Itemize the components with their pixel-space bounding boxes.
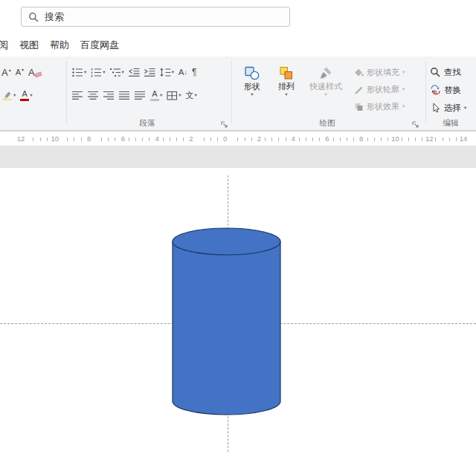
asian-layout-button[interactable]: 文 ▾ <box>184 87 199 103</box>
shape-outline-icon <box>354 85 364 94</box>
asian-layout-icon: 文 <box>186 91 194 100</box>
chevron-down-icon: ▾ <box>402 70 405 75</box>
ruler-number: 12 <box>15 132 27 146</box>
chevron-down-icon: ▾ <box>195 93 197 98</box>
line-spacing-button[interactable]: ▾ <box>158 64 176 80</box>
shape-effects-button[interactable]: 形状效果 ▾ <box>354 100 405 114</box>
shapes-button[interactable]: 形状 ▾ <box>237 64 268 97</box>
editing-group: 查找 b 替换 选择 ▾ <box>430 64 476 116</box>
decrease-indent-icon <box>129 68 140 77</box>
bullet-list-button[interactable]: ▾ <box>71 64 88 80</box>
shape-outline-button[interactable]: 形状轮廓 ▾ <box>354 82 405 97</box>
replace-icon: b <box>430 85 441 95</box>
increase-indent-button[interactable] <box>143 64 157 80</box>
decrease-indent-button[interactable] <box>127 64 141 80</box>
drawing-dialog-launcher[interactable] <box>411 120 419 128</box>
text-highlight-button[interactable]: ▾ <box>0 87 17 103</box>
ruler-number: 0 <box>219 132 231 146</box>
chevron-down-icon: ▾ <box>464 106 466 111</box>
borders-icon <box>167 91 178 100</box>
letter-b-icon: b <box>434 88 437 95</box>
group-separator <box>231 61 232 123</box>
dialog-launcher-icon <box>220 120 228 129</box>
show-marks-button[interactable]: ¶ <box>190 64 198 80</box>
menu-item-review-partial[interactable]: 阅 <box>0 39 8 52</box>
cylinder-top[interactable] <box>173 228 280 255</box>
multilevel-list-button[interactable]: ▾ <box>109 64 126 80</box>
letter-a-icon: A <box>1 68 8 77</box>
align-center-icon <box>88 91 99 100</box>
borders-button[interactable]: ▾ <box>165 87 182 103</box>
distribute-icon <box>135 91 146 100</box>
caret-up-icon: ▴ <box>9 68 11 72</box>
shape-layer <box>0 146 476 460</box>
chevron-down-icon: ▾ <box>30 93 32 98</box>
line-spacing-icon <box>160 68 171 77</box>
cylinder-shape[interactable] <box>173 228 280 415</box>
drawing-group-label: 绘图 <box>237 118 418 129</box>
shape-fill-button[interactable]: 形状填充 ▾ <box>354 65 405 80</box>
chevron-down-icon: ▾ <box>122 70 124 75</box>
menubar: 阅 视图 帮助 百度网盘 <box>0 34 476 56</box>
replace-button[interactable]: b 替换 <box>430 82 476 98</box>
gray-bar <box>150 99 159 101</box>
letter-a-icon: A <box>28 68 35 77</box>
paragraph-group: ▾ ▾ ▾ <box>71 64 230 103</box>
grow-font-button[interactable]: A ▴ <box>0 64 13 80</box>
arrange-icon <box>279 66 294 80</box>
topbar <box>0 0 476 34</box>
quick-styles-icon <box>318 66 333 80</box>
arrange-button[interactable]: 排列 ▾ <box>271 64 302 97</box>
ruler-number: 4 <box>151 132 163 146</box>
shading-button[interactable]: A ▾ <box>149 87 164 103</box>
search-box[interactable] <box>21 7 290 27</box>
justify-button[interactable] <box>118 87 132 103</box>
search-input[interactable] <box>45 11 283 22</box>
quick-styles-button[interactable]: 快速样式 ▾ <box>305 64 347 97</box>
align-left-button[interactable] <box>71 87 85 103</box>
letter-a-icon: A <box>16 68 21 77</box>
ruler-number: 2 <box>253 132 265 146</box>
menu-item-help[interactable]: 帮助 <box>50 39 69 52</box>
justify-icon <box>119 91 130 100</box>
find-button[interactable]: 查找 <box>430 64 476 80</box>
clear-formatting-button[interactable]: A <box>27 64 43 80</box>
color-bar <box>20 99 29 101</box>
font-color-icon: A <box>20 90 29 101</box>
ruler-number: 10 <box>49 132 61 146</box>
align-right-button[interactable] <box>102 87 116 103</box>
align-center-button[interactable] <box>86 87 100 103</box>
horizontal-ruler[interactable]: 12 10 8 6 4 2 0 2 4 6 8 10 12 14 <box>0 131 476 146</box>
select-cursor-icon <box>430 103 441 113</box>
chevron-down-icon: ▾ <box>172 70 174 75</box>
drawing-group: 形状 ▾ 排列 ▾ 快速样式 ▾ <box>237 64 422 114</box>
font-color-button[interactable]: A ▾ <box>19 87 33 103</box>
chevron-down-icon: ▾ <box>402 104 405 109</box>
caret-down-icon: ▾ <box>22 68 24 72</box>
ruler-number: 6 <box>117 132 129 146</box>
shapes-label: 形状 <box>244 82 260 91</box>
arrange-label: 排列 <box>278 82 295 91</box>
ruler-numbers: 12 10 8 6 4 2 0 2 4 6 8 10 12 14 <box>0 132 476 146</box>
menu-item-view[interactable]: 视图 <box>19 39 39 52</box>
select-button[interactable]: 选择 ▾ <box>430 100 476 116</box>
shading-icon: A <box>150 90 159 101</box>
shrink-font-button[interactable]: A ▾ <box>14 64 25 80</box>
ruler-number: 8 <box>83 132 95 146</box>
cylinder-body[interactable] <box>173 242 280 415</box>
eraser-icon <box>34 72 42 78</box>
quick-styles-label: 快速样式 <box>309 82 342 91</box>
sort-button[interactable]: A ↓ <box>177 64 189 80</box>
distribute-button[interactable] <box>133 87 147 103</box>
find-label: 查找 <box>444 67 461 78</box>
paragraph-dialog-launcher[interactable] <box>220 120 228 128</box>
letter-a-icon: A <box>152 90 157 98</box>
group-separator <box>425 61 426 123</box>
paragraph-group-label: 段落 <box>71 118 224 129</box>
shape-fill-label: 形状填充 <box>367 67 399 78</box>
shape-effects-icon <box>354 103 364 111</box>
menu-item-baidu-netdisk[interactable]: 百度网盘 <box>80 39 119 52</box>
chevron-down-icon: ▾ <box>103 70 105 75</box>
numbered-list-button[interactable]: ▾ <box>89 64 106 80</box>
select-label: 选择 <box>444 103 461 114</box>
